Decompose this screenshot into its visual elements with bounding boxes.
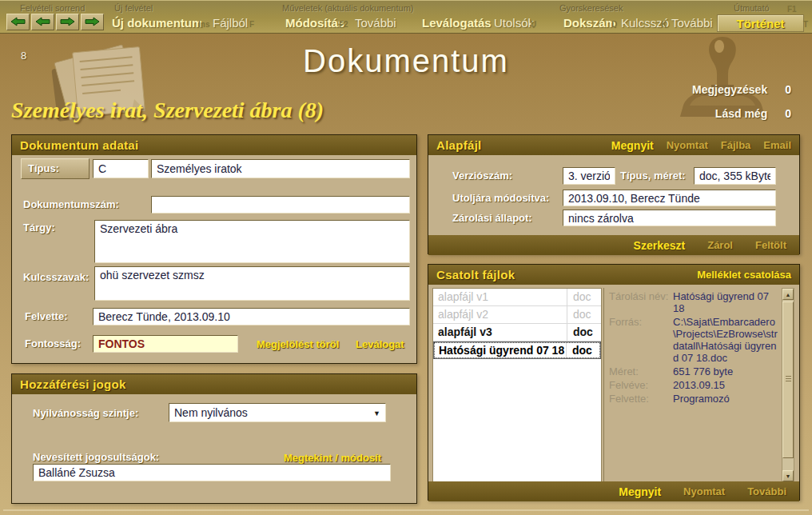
history-button[interactable]: Történet <box>717 14 804 32</box>
attach-file-link[interactable]: Melléklet csatolása <box>697 269 791 281</box>
document-data-panel: Dokumentum adatai Típus: Dokumentumszám:… <box>11 134 417 364</box>
detail-value: Programozó <box>673 393 778 405</box>
type-label-button[interactable]: Típus: <box>21 158 90 179</box>
attached-files-list: alapfájl v1 doc alapfájl v2 doc alapfájl… <box>432 288 602 482</box>
access-rights-header: Hozzáférési jogok <box>12 374 416 394</box>
details-scrollbar[interactable]: ▲ ▼ <box>782 288 794 482</box>
menu-filter[interactable]: Leválogatás <box>422 16 492 30</box>
file-row[interactable]: alapfájl v2 doc <box>433 306 601 324</box>
group-label-record-order: Felvételi sorrend <box>20 3 85 13</box>
file-ext: doc <box>567 342 600 358</box>
attached-files-panel: Csatolt fájlok Melléklet csatolása alapf… <box>428 264 800 501</box>
shortcut-u: U <box>531 20 536 29</box>
type-name-input[interactable] <box>151 159 410 178</box>
doc-number-input[interactable] <box>151 196 410 214</box>
scrollbar-grip <box>786 376 791 383</box>
shortcut-f1: F1 <box>787 5 797 14</box>
file-ext: doc <box>567 306 601 323</box>
attached-files-footer: Megnyit Nyomtat További <box>428 481 799 501</box>
version-input[interactable] <box>563 167 615 185</box>
detail-value: Hatósági ügyrend 07 18 <box>673 290 778 314</box>
nav-next-button[interactable] <box>56 14 79 30</box>
base-file-footer: Szerkeszt Zárol Feltölt <box>428 235 799 255</box>
menu-more-operations[interactable]: További <box>355 16 396 30</box>
shortcut-d: D <box>611 20 617 29</box>
named-rights-input[interactable] <box>33 464 391 481</box>
nav-prev-button[interactable] <box>31 14 54 30</box>
publicity-level-label: Nyilvánosság szintje: <box>33 407 138 419</box>
named-rights-label: Nevesített jogosultságok: <box>33 451 159 463</box>
nav-last-button[interactable] <box>81 14 104 30</box>
scrollbar-thumb[interactable] <box>782 301 794 458</box>
type-size-input[interactable] <box>694 167 776 185</box>
access-rights-panel: Hozzáférési jogok Nyilvánosság szintje: … <box>11 373 417 504</box>
shortcut-t: T <box>803 20 808 29</box>
base-file-header: Alapfájl Megnyit Nyomtat Fájlba Email <box>428 135 799 155</box>
menu-modify[interactable]: Módosítás <box>285 16 344 30</box>
group-label-quick-search: Gyorskeresések <box>559 3 623 13</box>
see-also-link[interactable]: Lásd még <box>673 107 767 120</box>
clear-mark-link[interactable]: Megjelölést töröl <box>257 338 339 350</box>
type-size-label: Típus, méret: <box>620 170 686 182</box>
print-basefile-link[interactable]: Nyomtat <box>667 139 708 151</box>
file-row[interactable]: alapfájl v1 doc <box>433 289 601 306</box>
print-attachment-link[interactable]: Nyomtat <box>683 485 725 497</box>
edit-link[interactable]: Szerkeszt <box>634 239 686 252</box>
save-to-file-link[interactable]: Fájlba <box>721 139 751 151</box>
menu-from-file[interactable]: Fájlból <box>213 16 248 30</box>
recorded-by-input[interactable] <box>93 308 410 325</box>
group-label-new-record: Új felvétel <box>114 3 153 13</box>
last-modified-input[interactable] <box>563 190 776 206</box>
document-data-header: Dokumentum adatai <box>12 135 416 155</box>
scroll-up-icon[interactable]: ▲ <box>782 289 794 300</box>
subject-textarea[interactable]: Szervezeti ábra <box>94 220 410 263</box>
menu-more-search[interactable]: További <box>671 16 713 30</box>
notes-link[interactable]: Megjegyzések <box>673 83 767 96</box>
importance-label: Fontosság: <box>25 337 81 349</box>
notes-row: Megjegyzések 0 <box>673 83 791 96</box>
file-details: Tárolási név: Hatósági ügyrend 07 18 For… <box>609 290 778 405</box>
shortcut-ins: Ins <box>198 20 209 29</box>
menu-doc-number[interactable]: Dokszám <box>563 16 616 30</box>
scroll-down-icon[interactable]: ▼ <box>782 470 794 481</box>
publicity-level-value: Nem nyilvános <box>174 406 248 419</box>
banner: 8 Dokumentum <box>0 34 812 130</box>
notes-count: 0 <box>785 83 791 96</box>
more-attachment-link[interactable]: További <box>747 485 786 497</box>
file-row[interactable]: alapfájl v3 doc <box>433 324 601 341</box>
lock-state-input[interactable] <box>563 210 776 226</box>
detail-value: 651 776 byte <box>673 365 778 377</box>
publicity-level-dropdown[interactable]: Nem nyilvános ▼ <box>169 403 386 422</box>
lock-link[interactable]: Zárol <box>707 239 733 251</box>
toolbar: Felvételi sorrend Új felvétel Műveletek … <box>0 0 812 34</box>
menu-new-document[interactable]: Új dokumentum <box>112 16 202 30</box>
last-modified-label: Utoljára módosítva: <box>452 192 549 204</box>
detail-value: 2013.09.15 <box>673 379 778 391</box>
nav-first-button[interactable] <box>6 14 30 30</box>
open-attachment-link[interactable]: Megnyit <box>619 485 661 498</box>
open-basefile-link[interactable]: Megnyit <box>611 139 654 152</box>
group-label-guide: Útmutató <box>734 3 770 13</box>
document-subtitle: Személyes irat, Szervezeti ábra (8) <box>11 98 324 123</box>
chevron-down-icon: ▼ <box>373 409 380 417</box>
importance-input[interactable] <box>93 335 238 353</box>
see-also-row: Lásd még 0 <box>673 107 791 120</box>
attached-files-title: Csatolt fájlok <box>436 268 515 281</box>
subject-label: Tárgy: <box>23 222 55 234</box>
divider <box>603 288 604 482</box>
type-code-input[interactable] <box>93 159 149 178</box>
detail-label: Forrás: <box>609 316 670 364</box>
record-nav-buttons <box>6 14 104 30</box>
view-modify-link[interactable]: Megtekint / módosít <box>284 452 381 464</box>
keywords-textarea[interactable]: ohü szervezet szmsz <box>94 266 410 301</box>
upload-link[interactable]: Feltölt <box>755 239 786 251</box>
file-ext: doc <box>567 289 601 305</box>
access-rights-title: Hozzáférési jogok <box>20 377 126 391</box>
file-row-selected[interactable]: Hatósági ügyrend 07 18 doc <box>433 341 601 359</box>
email-link[interactable]: Email <box>763 139 791 151</box>
file-name: alapfájl v3 <box>433 324 567 341</box>
filter-marked-link[interactable]: Leválogat <box>356 338 404 350</box>
arrow-right-icon <box>85 15 100 30</box>
menu-recent[interactable]: Utolsók <box>494 16 534 30</box>
shortcut-f: F <box>249 20 254 29</box>
